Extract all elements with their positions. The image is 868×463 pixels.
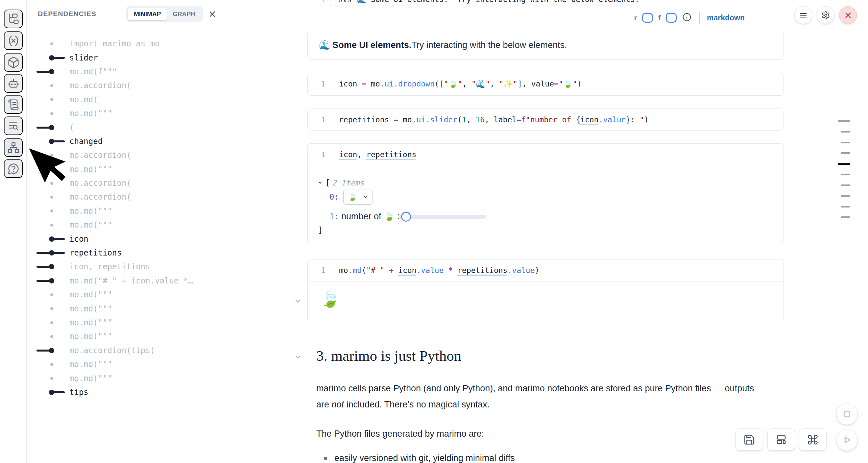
close-panel-button[interactable] (207, 8, 218, 20)
dependency-graph-icon[interactable] (4, 138, 23, 157)
settings-button[interactable] (817, 6, 834, 24)
scrollmap-mark-active[interactable] (838, 163, 850, 165)
line-number: 1 (308, 150, 331, 159)
chevron-down-icon (363, 194, 369, 200)
tree-items-count: 2 Items (333, 179, 365, 187)
shutdown-button[interactable] (839, 6, 857, 24)
scrollmap-mark[interactable] (841, 142, 850, 143)
stop-button[interactable] (836, 403, 858, 425)
line-number: 1 (308, 116, 331, 124)
save-icon (743, 434, 755, 445)
r-checkbox[interactable] (642, 13, 653, 23)
scrollmap-mark[interactable] (841, 152, 850, 154)
save-button[interactable] (736, 429, 763, 451)
minimap-item[interactable]: mo.md( (27, 93, 230, 106)
tab-minimap[interactable]: MINIMAP (128, 8, 167, 21)
minimap-item[interactable]: mo.md(""" (27, 106, 230, 120)
minimap-item-label: mo.md( (69, 95, 98, 104)
minimap-item[interactable]: mo.accordion( (27, 190, 230, 204)
minimap-item[interactable]: mo.accordion( (27, 79, 230, 92)
scrollmap-mark[interactable] (838, 120, 850, 122)
tree-collapse-icon[interactable] (318, 180, 323, 186)
scrollmap-mark[interactable] (841, 206, 850, 208)
md-bold-text: Some UI elements. (332, 40, 411, 50)
cell-icon-repetitions[interactable]: 1 icon, repetitions [ 2 Items 0: 🍃 1: nu… (307, 143, 783, 244)
minimap-item-label: mo.md(""" (69, 165, 112, 174)
tab-graph[interactable]: GRAPH (167, 8, 201, 21)
section-collapse-icon[interactable] (293, 353, 302, 361)
cell-icon-dropdown[interactable]: 1 icon = mo.ui.dropdown(["🍃", "🌊", "✨"],… (307, 72, 783, 96)
scrollmap-mark[interactable] (841, 216, 850, 218)
package-icon[interactable] (4, 53, 23, 72)
minimap-marker-dot (27, 106, 69, 120)
scroll-icon[interactable] (4, 95, 23, 114)
minimap-item-label: mo.accordion(tips) (69, 346, 155, 355)
minimap-item-label: changed (69, 137, 102, 146)
help-icon[interactable] (4, 159, 23, 178)
variables-icon[interactable] (4, 31, 23, 50)
line-number: 1 (307, 0, 331, 4)
minimap-marker-use (27, 120, 69, 134)
minimap-item[interactable]: ( (27, 120, 230, 134)
minimap-item[interactable]: icon (27, 232, 230, 246)
minimap-item-label: mo.md(""" (69, 290, 112, 299)
outline-search-icon[interactable] (4, 116, 23, 135)
minimap-item[interactable]: mo.md(""" (27, 302, 230, 315)
line-number: 1 (308, 266, 331, 275)
menu-button[interactable] (794, 6, 812, 24)
markdown-cell-editor-clipped[interactable]: 1 ### 🌊 Some UI elements. Try interactin… (307, 0, 783, 6)
scrollmap-mark[interactable] (841, 184, 850, 186)
f-label: f (658, 14, 660, 22)
layout-button[interactable] (767, 429, 795, 451)
minimap-item[interactable]: mo.md("# " + icon.value *… (27, 274, 230, 288)
minimap-item[interactable]: import marimo as mo (27, 37, 230, 51)
minimap-item[interactable]: mo.accordion(tips) (27, 344, 230, 358)
minimap-item[interactable]: repetitions (27, 246, 230, 260)
minimap-item[interactable]: changed (27, 134, 230, 148)
info-icon[interactable] (682, 12, 692, 23)
minimap-item-label: mo.md(""" (69, 374, 112, 383)
cell-repetitions-slider[interactable]: 1 repetitions = mo.ui.slider(1, 16, labe… (307, 109, 783, 130)
code-line: icon, repetitions (331, 150, 416, 159)
output-collapse-icon[interactable] (293, 297, 302, 306)
minimap-item[interactable]: mo.md(""" (27, 316, 230, 330)
scrollmap-mark[interactable] (841, 174, 850, 175)
minimap-item[interactable]: slider (27, 51, 230, 64)
minimap-item[interactable]: mo.md(""" (27, 371, 230, 385)
hamburger-icon (799, 11, 808, 20)
minimap-item[interactable]: mo.md(f""" (27, 65, 230, 79)
layout-icon (775, 434, 787, 445)
scrollmap-mark[interactable] (841, 131, 850, 132)
slider-track[interactable] (399, 215, 486, 219)
icon-dropdown-select[interactable]: 🍃 (343, 189, 373, 205)
minimap-marker-dot (27, 93, 69, 106)
file-tree-icon[interactable] (4, 9, 23, 28)
minimap-item[interactable]: mo.md(""" (27, 204, 230, 218)
scrollmap-mark[interactable] (841, 195, 850, 197)
minimap-item[interactable]: mo.md(""" (27, 330, 230, 343)
command-palette-button[interactable] (799, 429, 827, 451)
minimap-item[interactable]: mo.md(""" (27, 288, 230, 302)
minimap-item-label: import marimo as mo (69, 39, 160, 48)
run-button[interactable] (836, 429, 858, 451)
minimap-marker-def (27, 134, 69, 148)
ai-bot-icon[interactable] (4, 74, 23, 93)
language-toggle-markdown[interactable]: markdown (707, 13, 745, 22)
minimap-item[interactable]: tips (27, 385, 230, 399)
cell-md-heading[interactable]: 1 mo.md("# " + icon.value * repetitions.… (307, 259, 783, 323)
minimap-item-label: mo.accordion( (69, 179, 131, 188)
minimap-item-label: icon (69, 235, 88, 244)
minimap-item[interactable]: mo.md(""" (27, 358, 230, 371)
minimap-marker-dot (27, 371, 69, 385)
minimap-marker-dot (27, 204, 69, 218)
f-checkbox[interactable] (666, 13, 677, 23)
minimap-marker-dot (27, 288, 69, 302)
slider-thumb[interactable] (401, 212, 411, 222)
minimap-item[interactable]: icon, repetitions (27, 260, 230, 274)
minimap-marker-dot (27, 218, 69, 232)
minimap-marker-both (27, 246, 69, 260)
minimap-item-label: mo.accordion( (69, 192, 131, 202)
minimap-item-label: icon, repetitions (69, 262, 150, 271)
minimap-item[interactable]: mo.md(""" (27, 218, 230, 232)
wave-emoji: 🌊 (319, 40, 330, 50)
